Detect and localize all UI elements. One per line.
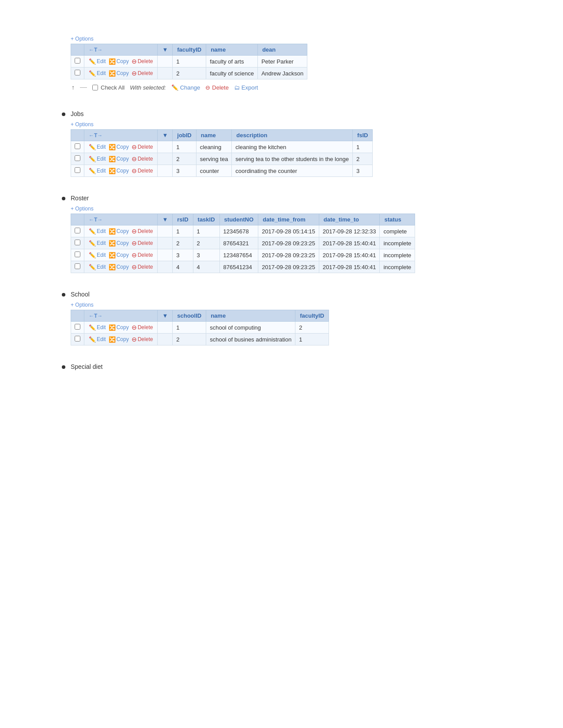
edit-button[interactable]: ✏️ Edit xyxy=(88,240,107,247)
roster-row1-datefrom: 2017-09-28 05:14:15 xyxy=(258,225,319,237)
school-row2-facultyid: 1 xyxy=(295,334,329,345)
edit-button[interactable]: ✏️ Edit xyxy=(88,324,107,331)
copy-button[interactable]: 🔀 Copy xyxy=(108,228,130,235)
delete-button[interactable]: ⊖ Delete xyxy=(131,155,154,163)
table-row: ✏️ Edit 🔀 Copy ⊖ Delete 3 counter coordi… xyxy=(71,165,373,177)
roster-options-link[interactable]: + Options xyxy=(71,206,94,212)
copy-button[interactable]: 🔀 Copy xyxy=(108,167,130,175)
faculty-row2-id: 2 xyxy=(173,68,206,79)
jobs-row2-sort xyxy=(158,153,173,165)
checkbox[interactable] xyxy=(75,167,80,173)
jobs-row1-name: cleaning xyxy=(196,141,232,153)
roster-row1-studentno: 12345678 xyxy=(219,225,258,237)
arrow-up-icon: ↑ xyxy=(72,84,75,91)
copy-button[interactable]: 🔀 Copy xyxy=(108,143,130,151)
faculty-header-nav: ←T→ xyxy=(84,44,158,56)
copy-button[interactable]: 🔀 Copy xyxy=(108,240,130,247)
delete-icon: ⊖ xyxy=(132,70,137,77)
jobs-row2-description: serving tea to the other students in the… xyxy=(232,153,353,165)
delete-button[interactable]: ⊖ Delete xyxy=(131,335,154,343)
nav-arrows-faculty[interactable]: ←T→ xyxy=(89,47,102,53)
edit-button[interactable]: ✏️ Edit xyxy=(88,251,107,259)
nav-arrows-jobs[interactable]: ←T→ xyxy=(89,132,102,139)
checkbox[interactable] xyxy=(75,263,80,269)
checkbox[interactable] xyxy=(75,240,80,245)
nav-arrows-school[interactable]: ←T→ xyxy=(89,313,102,319)
copy-icon: 🔀 xyxy=(109,228,116,235)
roster-header-taskid: taskID xyxy=(193,214,219,225)
checkbox[interactable] xyxy=(75,336,80,341)
copy-button[interactable]: 🔀 Copy xyxy=(108,155,130,163)
faculty-row1-name: faculty of arts xyxy=(206,56,258,68)
copy-icon: 🔀 xyxy=(109,144,116,150)
delete-button[interactable]: ⊖ Delete xyxy=(131,239,154,247)
roster-row3-sort xyxy=(158,249,173,261)
roster-row3-dateto: 2017-09-28 15:40:41 xyxy=(319,249,380,261)
check-all-checkbox[interactable] xyxy=(92,85,98,90)
footer-change-button[interactable]: ✏️ Change xyxy=(171,84,200,91)
school-row2-id: 2 xyxy=(173,334,206,345)
table-row: ✏️ Edit 🔀 Copy ⊖ Delete 3 3 123487654 20… xyxy=(71,249,415,261)
checkbox[interactable] xyxy=(75,228,80,233)
delete-button[interactable]: ⊖ Delete xyxy=(131,263,154,271)
roster-row4-sort xyxy=(158,261,173,273)
table-row: ✏️ Edit 🔀 Copy ⊖ Delete 2 faculty of sci… xyxy=(71,68,307,79)
delete-icon: ⊖ xyxy=(132,324,137,331)
roster-row4-studentno: 876541234 xyxy=(219,261,258,273)
copy-button[interactable]: 🔀 Copy xyxy=(108,263,130,271)
copy-button[interactable]: 🔀 Copy xyxy=(108,58,130,65)
jobs-row1-fsid: 1 xyxy=(352,141,373,153)
roster-row2-datefrom: 2017-09-28 09:23:25 xyxy=(258,237,319,249)
checkbox[interactable] xyxy=(75,70,80,75)
edit-button[interactable]: ✏️ Edit xyxy=(88,58,107,65)
delete-button[interactable]: ⊖ Delete xyxy=(131,251,154,259)
copy-button[interactable]: 🔀 Copy xyxy=(108,324,130,331)
jobs-options-link[interactable]: + Options xyxy=(71,121,94,128)
table-row: ✏️ Edit 🔀 Copy ⊖ Delete 1 faculty of art… xyxy=(71,56,307,68)
edit-icon: ✏️ xyxy=(89,168,96,174)
checkbox[interactable] xyxy=(75,143,80,149)
copy-button[interactable]: 🔀 Copy xyxy=(108,251,130,259)
edit-button[interactable]: ✏️ Edit xyxy=(88,167,107,175)
faculty-row1-actions: ✏️ Edit 🔀 Copy ⊖ Delete xyxy=(84,56,158,68)
line-divider xyxy=(80,87,87,88)
school-options-link[interactable]: + Options xyxy=(71,302,94,308)
footer-delete-button[interactable]: ⊖ Delete xyxy=(205,84,229,91)
jobs-row1-description: cleaning the kitchen xyxy=(232,141,353,153)
school-header-facultyid: facultyID xyxy=(295,310,329,322)
roster-header-sort: ▼ xyxy=(158,214,173,225)
edit-button[interactable]: ✏️ Edit xyxy=(88,143,107,151)
edit-button[interactable]: ✏️ Edit xyxy=(88,70,107,77)
copy-button[interactable]: 🔀 Copy xyxy=(108,70,130,77)
edit-button[interactable]: ✏️ Edit xyxy=(88,228,107,235)
edit-button[interactable]: ✏️ Edit xyxy=(88,336,107,343)
roster-row2-dateto: 2017-09-28 15:40:41 xyxy=(319,237,380,249)
edit-button[interactable]: ✏️ Edit xyxy=(88,155,107,163)
copy-button[interactable]: 🔀 Copy xyxy=(108,336,130,343)
roster-row1-taskid: 1 xyxy=(193,225,219,237)
checkbox[interactable] xyxy=(75,155,80,161)
jobs-row2-name: serving tea xyxy=(196,153,232,165)
footer-export-button[interactable]: 🗂 Export xyxy=(234,84,258,91)
edit-button[interactable]: ✏️ Edit xyxy=(88,263,107,271)
delete-button[interactable]: ⊖ Delete xyxy=(131,69,154,77)
edit-icon: ✏️ xyxy=(89,228,96,235)
delete-button[interactable]: ⊖ Delete xyxy=(131,143,154,151)
delete-button[interactable]: ⊖ Delete xyxy=(131,227,154,235)
edit-icon: ✏️ xyxy=(89,264,96,270)
roster-row3-rsid: 3 xyxy=(173,249,193,261)
checkbox[interactable] xyxy=(75,251,80,257)
nav-arrows-roster[interactable]: ←T→ xyxy=(89,217,102,223)
checkbox[interactable] xyxy=(75,324,80,330)
delete-button[interactable]: ⊖ Delete xyxy=(131,167,154,175)
roster-row3-actions: ✏️ Edit 🔀 Copy ⊖ Delete xyxy=(84,249,158,261)
checkbox[interactable] xyxy=(75,58,80,64)
roster-table: ←T→ ▼ rsID taskID studentNO date_time_fr… xyxy=(71,214,415,273)
faculty-options-link[interactable]: + Options xyxy=(71,36,94,42)
delete-button[interactable]: ⊖ Delete xyxy=(131,323,154,331)
roster-row2-actions: ✏️ Edit 🔀 Copy ⊖ Delete xyxy=(84,237,158,249)
delete-button[interactable]: ⊖ Delete xyxy=(131,57,154,65)
faculty-row1-sort xyxy=(158,56,173,68)
special-diet-label: Special diet xyxy=(71,363,102,370)
jobs-row3-description: coordinating the counter xyxy=(232,165,353,177)
